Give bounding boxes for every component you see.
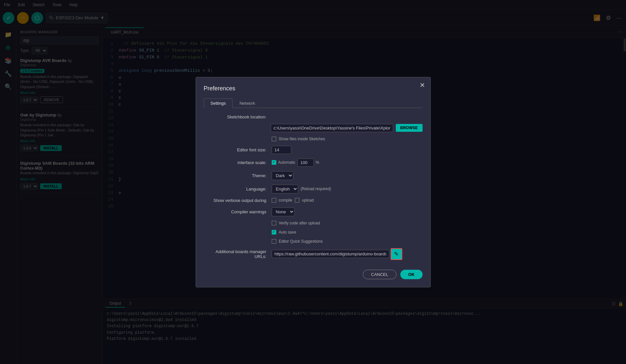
preferences-ok-button[interactable]: OK [400, 270, 423, 279]
pref-autosave-label: Auto save [279, 230, 296, 235]
pref-verbose-row: Show verbose output during compile uploa… [204, 198, 423, 203]
preferences-tabs: Settings Network [204, 99, 423, 108]
preferences-overlay: Preferences ✕ Settings Network Sketchboo… [0, 0, 626, 364]
pref-quicksuggestions-checkbox[interactable] [272, 239, 276, 244]
pref-showfiles-row: Show files inside Sketches [204, 137, 423, 141]
pref-scale-row: Interface scale: Automatic % [204, 159, 423, 167]
preferences-tab-network[interactable]: Network [233, 99, 262, 108]
pref-fontsize-row: Editor font size: [204, 146, 423, 154]
pref-showfiles-checkbox[interactable] [272, 137, 276, 141]
pref-autosave-row: Auto save [204, 230, 423, 235]
pref-quicksuggestions-label: Editor Quick Suggestions [279, 239, 323, 244]
pref-scale-value-input[interactable] [297, 159, 314, 167]
pref-scale-percent: % [316, 160, 319, 165]
pref-verbose-controls: compile upload [272, 198, 314, 203]
pref-verify-label: Verify code after upload [279, 221, 320, 225]
pref-language-row: Language: English (Reload required) [204, 185, 423, 193]
pref-language-label: Language: [204, 187, 269, 191]
pref-verbose-compile-label: compile [279, 198, 292, 203]
pref-urls-input[interactable] [272, 250, 389, 258]
pref-compiler-row: Compiler warnings None [204, 207, 423, 216]
pref-verbose-upload-label: upload [302, 198, 314, 203]
preferences-footer: CANCEL OK [204, 270, 423, 279]
pref-verify-row: Verify code after upload [204, 221, 423, 225]
pref-compiler-label: Compiler warnings [204, 209, 269, 214]
pref-urls-controls: ✎ [272, 248, 402, 260]
pref-scale-label: Interface scale: [204, 160, 269, 165]
pref-theme-select[interactable]: Dark [272, 171, 293, 180]
pref-scale-controls: Automatic % [272, 159, 319, 167]
pref-theme-label: Theme: [204, 173, 269, 178]
pref-verify-checkbox[interactable] [272, 221, 276, 225]
preferences-close-button[interactable]: ✕ [420, 81, 425, 89]
pref-sketchbook-label: Sketchbook location: [204, 114, 269, 119]
preferences-modal: Preferences ✕ Settings Network Sketchboo… [196, 77, 431, 287]
pref-autosave-checkbox[interactable] [272, 230, 276, 235]
pref-scale-auto-checkbox[interactable] [272, 160, 276, 165]
pref-fontsize-input[interactable] [272, 146, 291, 154]
pref-scale-auto-label: Automatic [278, 160, 296, 165]
pref-sketchbook-input-row: BROWSE [204, 124, 423, 132]
pref-browse-button[interactable]: BROWSE [396, 124, 423, 132]
pref-sketchbook-row: Sketchbook location: [204, 114, 423, 119]
pref-urls-row: Additional boards manager URLs: ✎ [204, 248, 423, 260]
pref-language-note: (Reload required) [301, 187, 331, 191]
pref-urls-label: Additional boards manager URLs: [204, 249, 269, 259]
pref-sketchbook-input[interactable] [271, 124, 393, 132]
pref-verbose-compile-checkbox[interactable] [272, 198, 276, 203]
pref-language-select[interactable]: English [272, 185, 298, 193]
pref-quicksuggestions-row: Editor Quick Suggestions [204, 239, 423, 244]
pref-urls-edit-button[interactable]: ✎ [391, 248, 402, 260]
preferences-title: Preferences [204, 85, 423, 92]
pref-theme-row: Theme: Dark [204, 171, 423, 180]
preferences-tab-settings[interactable]: Settings [204, 99, 233, 108]
preferences-cancel-button[interactable]: CANCEL [363, 270, 396, 279]
pref-fontsize-label: Editor font size: [204, 147, 269, 152]
pref-showfiles-label: Show files inside Sketches [279, 137, 325, 141]
pref-verbose-upload-checkbox[interactable] [295, 198, 299, 203]
pref-verbose-label: Show verbose output during [204, 198, 269, 203]
pref-compiler-select[interactable]: None [272, 207, 295, 216]
